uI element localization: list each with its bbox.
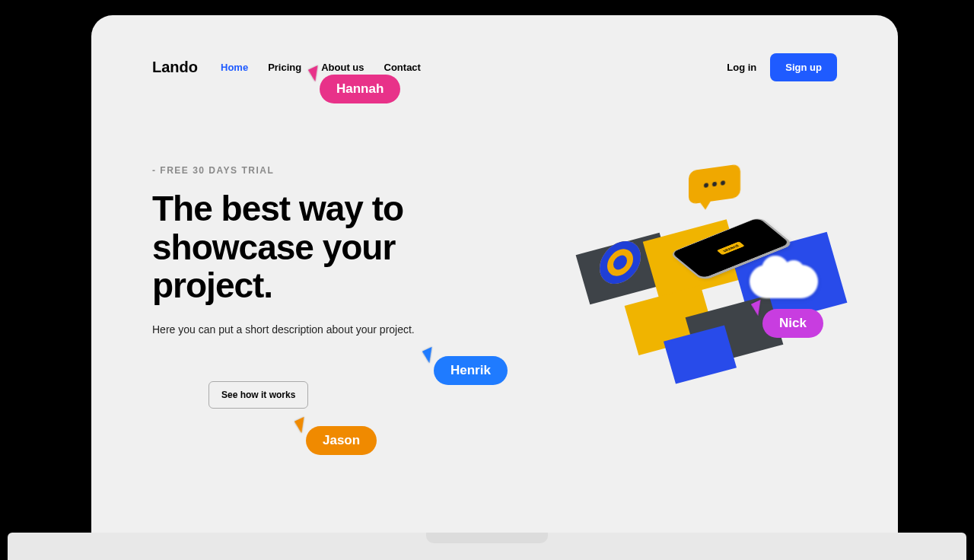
cursor-icon bbox=[751, 300, 766, 317]
phone-logo: uizard bbox=[717, 241, 745, 255]
nav-pricing[interactable]: Pricing bbox=[268, 62, 301, 73]
header-right: Log in Sign up bbox=[727, 53, 837, 81]
collaborator-henrik: Henrik bbox=[425, 348, 508, 385]
laptop-base bbox=[8, 533, 966, 560]
hero-subtext: Here you can put a short description abo… bbox=[152, 323, 479, 336]
collaborator-hannah: Hannah bbox=[310, 67, 400, 103]
chat-bubble-icon bbox=[689, 164, 740, 205]
collaborator-nick: Nick bbox=[753, 301, 823, 338]
cta-button[interactable]: See how it works bbox=[208, 381, 308, 409]
collaborator-label: Nick bbox=[762, 309, 823, 338]
brand-logo: Lando bbox=[152, 59, 198, 76]
dot-icon bbox=[712, 182, 717, 187]
landing-page: Lando Home Pricing About us Contact Log … bbox=[91, 15, 898, 533]
dot-icon bbox=[721, 180, 725, 186]
cursor-icon bbox=[308, 65, 323, 82]
hero-illustration: uizard bbox=[578, 152, 867, 396]
dot-icon bbox=[704, 183, 708, 188]
login-link[interactable]: Log in bbox=[727, 62, 756, 73]
laptop-notch bbox=[426, 533, 548, 543]
header: Lando Home Pricing About us Contact Log … bbox=[152, 53, 837, 81]
signup-button[interactable]: Sign up bbox=[770, 53, 837, 81]
laptop-frame: Lando Home Pricing About us Contact Log … bbox=[91, 15, 898, 533]
cloud-icon bbox=[750, 265, 818, 298]
nav-home[interactable]: Home bbox=[221, 62, 248, 73]
collaborator-label: Hannah bbox=[320, 75, 400, 103]
hero-eyebrow: - FREE 30 DAYS TRIAL bbox=[152, 165, 479, 176]
cursor-icon bbox=[294, 417, 310, 434]
hero-headline: The best way to showcase your project. bbox=[152, 189, 479, 305]
collaborator-jason: Jason bbox=[297, 418, 377, 455]
cursor-icon bbox=[422, 347, 438, 364]
collaborator-label: Henrik bbox=[434, 356, 508, 385]
collaborator-label: Jason bbox=[306, 426, 377, 455]
